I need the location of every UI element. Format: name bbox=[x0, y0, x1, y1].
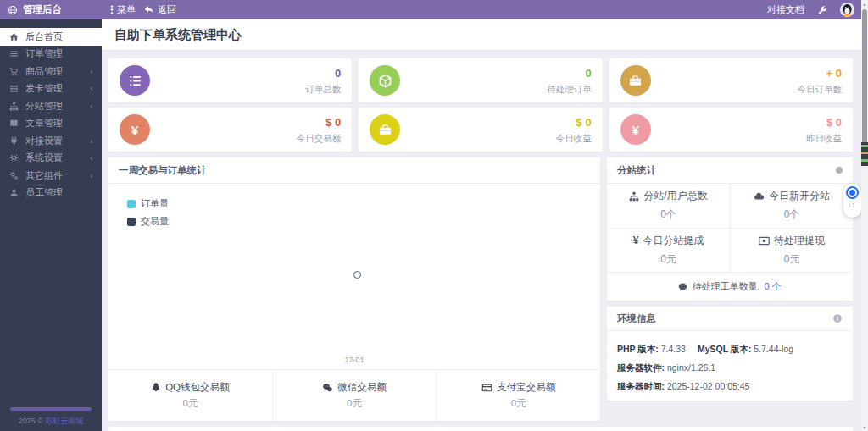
stat-value: $ 0 bbox=[576, 116, 592, 129]
yen-icon: ¥ bbox=[620, 114, 651, 145]
user-avatar[interactable] bbox=[840, 3, 854, 17]
sidebar-item-label: 其它组件 bbox=[25, 169, 63, 182]
docs-link[interactable]: 对接文档 bbox=[767, 3, 804, 16]
mysql-version-label: MySQL 版本: bbox=[698, 344, 751, 354]
drag-handle[interactable] bbox=[849, 203, 856, 207]
sidebar-footer: 2025 © 彩虹云商城 bbox=[0, 407, 102, 427]
sidebar-item-articles[interactable]: 文章管理 bbox=[0, 115, 102, 133]
env-body: PHP 版本: 7.4.33 MySQL 版本: 5.7.44-log 服务器软… bbox=[607, 331, 853, 401]
env-row-time: 服务器时间: 2025-12-02 00:05:45 bbox=[617, 381, 843, 393]
back-label: 返回 bbox=[158, 3, 176, 16]
main-area: 自助下单系统管理中心 0 订单总数 0 待处理订单 bbox=[102, 19, 861, 431]
floating-extension-widget[interactable] bbox=[843, 184, 861, 218]
substation-cell-withdrawals: 待处理提现 0元 bbox=[730, 229, 853, 273]
line-chart: 订单量 交易量 12-01 bbox=[108, 184, 600, 369]
back-button[interactable]: 返回 bbox=[144, 3, 176, 16]
scroll-up-arrow[interactable]: ▲ bbox=[861, 0, 868, 8]
sidebar-item-cards[interactable]: 发卡管理 ‹ bbox=[0, 80, 102, 98]
menu-label: 菜单 bbox=[117, 3, 136, 16]
comment-icon bbox=[678, 282, 687, 291]
pending-tickets-label: 待处理工单数量: bbox=[692, 280, 760, 293]
legend-label: 交易量 bbox=[141, 215, 169, 228]
pay-stat-label: QQ钱包交易额 bbox=[165, 381, 229, 394]
stat-value: + 0 bbox=[826, 67, 842, 80]
data-point-marker[interactable] bbox=[353, 271, 361, 279]
back-arrow-icon bbox=[144, 5, 154, 14]
sidebar-item-products[interactable]: 商品管理 ‹ bbox=[0, 63, 102, 80]
legend-item-orders[interactable]: 订单量 bbox=[127, 197, 169, 210]
brand[interactable]: 管理后台 bbox=[0, 3, 102, 16]
substation-cell-label: 今日新开分站 bbox=[769, 189, 830, 203]
substation-cell-commission: ¥ 今日分站提成 0元 bbox=[607, 229, 730, 273]
store-link[interactable]: 彩虹云商城 bbox=[45, 417, 83, 425]
pay-stat-wechat: 微信交易额 0元 bbox=[272, 370, 437, 421]
pay-stat-alipay: 支付宝交易额 0元 bbox=[436, 370, 600, 421]
dot-icon[interactable] bbox=[836, 167, 843, 174]
scroll-down-arrow[interactable]: ▼ bbox=[861, 423, 868, 431]
legend-swatch-orders bbox=[127, 200, 136, 208]
env-panel-header: 环境信息 bbox=[607, 307, 853, 331]
stat-label: 昨日收益 bbox=[806, 133, 842, 143]
stat-value: $ 0 bbox=[326, 116, 341, 129]
info-icon[interactable] bbox=[832, 313, 843, 323]
topbar: 管理后台 菜单 返回 对接文档 bbox=[0, 0, 868, 19]
env-row-versions: PHP 版本: 7.4.33 MySQL 版本: 5.7.44-log bbox=[617, 344, 843, 356]
extension-logo-icon[interactable] bbox=[846, 186, 859, 199]
server-software-value: nginx/1.26.1 bbox=[667, 362, 715, 373]
ordered-list-icon bbox=[120, 65, 150, 96]
chart-title: 一周交易与订单统计 bbox=[119, 164, 207, 177]
vertical-dots-icon bbox=[110, 5, 114, 14]
menu-toggle-button[interactable]: 菜单 bbox=[110, 3, 136, 16]
server-software-label: 服务器软件: bbox=[617, 362, 665, 373]
list-icon bbox=[8, 49, 19, 58]
brand-label: 管理后台 bbox=[23, 3, 62, 16]
globe-icon bbox=[8, 5, 18, 15]
stat-label: 订单总数 bbox=[305, 84, 341, 94]
stat-label: 待处理订单 bbox=[547, 84, 592, 94]
substation-cell-new-today: 今日新开分站 0个 bbox=[730, 184, 853, 229]
book-icon bbox=[8, 119, 19, 128]
sidebar-item-home[interactable]: 后台首页 bbox=[0, 28, 102, 46]
pay-stat-label: 微信交易额 bbox=[337, 381, 387, 394]
php-version-label: PHP 版本: bbox=[617, 344, 659, 354]
substation-cell-label: 待处理提现 bbox=[774, 234, 825, 248]
server-time-label: 服务器时间: bbox=[617, 381, 665, 391]
cloud-icon bbox=[754, 191, 765, 201]
stat-card-pending-orders: 0 待处理订单 bbox=[359, 58, 602, 102]
gear-icon bbox=[8, 153, 19, 163]
sidebar-item-label: 订单管理 bbox=[25, 47, 63, 60]
page-title: 自助下单系统管理中心 bbox=[114, 27, 242, 43]
wrench-icon[interactable] bbox=[817, 5, 827, 15]
stat-card-today-profit: $ 0 今日收益 bbox=[359, 108, 602, 152]
sidebar-item-label: 后台首页 bbox=[25, 30, 63, 43]
env-title: 环境信息 bbox=[617, 312, 656, 325]
legend-item-transactions[interactable]: 交易量 bbox=[127, 215, 169, 228]
sidebar-item-substations[interactable]: 分站管理 ‹ bbox=[0, 97, 102, 115]
weekly-chart-panel: 一周交易与订单统计 订单量 交易量 12-01 bbox=[108, 157, 600, 421]
sidebar-item-label: 发卡管理 bbox=[25, 82, 63, 95]
sidebar-item-integration[interactable]: 对接设置 ‹ bbox=[0, 132, 102, 150]
sidebar-item-orders[interactable]: 订单管理 bbox=[0, 46, 102, 64]
sidebar-item-settings[interactable]: 系统设置 ‹ bbox=[0, 150, 102, 168]
home-icon bbox=[8, 32, 19, 41]
sidebar-item-staff[interactable]: 员工管理 bbox=[0, 185, 102, 202]
sidebar-item-components[interactable]: 其它组件 ‹ bbox=[0, 167, 102, 185]
vertical-scrollbar[interactable]: ▲ ▼ bbox=[861, 0, 868, 431]
env-row-server: 服务器软件: nginx/1.26.1 bbox=[617, 362, 843, 374]
scrollbar-thumb[interactable] bbox=[862, 9, 867, 160]
next-panel-edge bbox=[108, 427, 853, 431]
stat-value: 0 bbox=[585, 67, 591, 80]
substation-cell-value: 0元 bbox=[784, 252, 800, 267]
chevron-icon: ‹ bbox=[90, 136, 93, 146]
stat-label: 今日订单数 bbox=[798, 84, 843, 94]
stat-card-today-turnover: ¥ $ 0 今日交易额 bbox=[108, 108, 352, 152]
chevron-icon: ‹ bbox=[90, 102, 93, 111]
cogs-icon bbox=[8, 171, 19, 180]
briefcase-icon bbox=[370, 114, 400, 145]
scrollbar-marker bbox=[861, 142, 868, 166]
substation-title: 分站统计 bbox=[617, 164, 656, 177]
pay-stat-qq: QQ钱包交易额 0元 bbox=[108, 370, 272, 421]
chart-legend: 订单量 交易量 bbox=[127, 197, 169, 228]
chevron-icon: ‹ bbox=[90, 153, 93, 163]
cart-icon bbox=[8, 67, 19, 76]
